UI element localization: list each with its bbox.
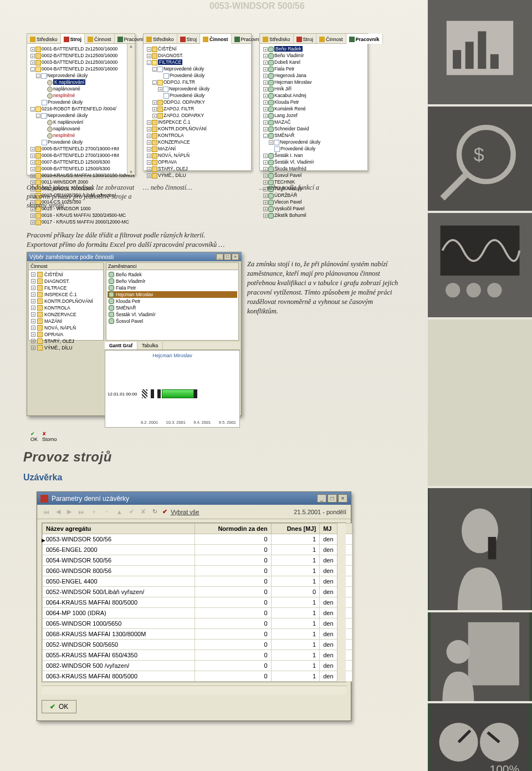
gantt-seg-2: [151, 389, 154, 398]
nav-first-button[interactable]: ⏮: [42, 508, 51, 516]
edit-button[interactable]: ▲: [115, 508, 124, 516]
close-button[interactable]: ×: [232, 253, 239, 260]
tab-cinnost-2[interactable]: Činnost: [200, 34, 232, 44]
row-cursor-icon: [42, 536, 46, 546]
photo-workers-panel: [428, 612, 532, 701]
svg-rect-19: [468, 622, 519, 686]
photo-chart: [428, 0, 532, 104]
win-close-button[interactable]: ×: [338, 494, 347, 503]
svg-point-13: [467, 283, 481, 297]
window-ok-button[interactable]: ✔OK: [42, 700, 76, 713]
grid-scrollbar-h[interactable]: [42, 686, 346, 694]
svg-point-14: [487, 283, 502, 297]
svg-rect-17: [488, 537, 497, 559]
cancel-button[interactable]: ✘: [139, 508, 147, 516]
remove-button[interactable]: －: [102, 507, 111, 516]
svg-text:$: $: [474, 144, 484, 165]
tab-gantt-graf[interactable]: Gantt Graf: [105, 342, 137, 349]
right-photo-strip: $ 100%: [428, 0, 532, 771]
gantt-tabs: Gantt Graf Tabulka: [105, 342, 240, 350]
cinnost-list[interactable]: +ČIŠTĚNÍ+DIAGNOST.+FILTRACE+INSPEKCE Č.1…: [29, 270, 103, 340]
ok-button[interactable]: ✔OK: [30, 431, 38, 442]
photo-gap: [428, 319, 532, 486]
panel2-tabs: Středisko Stroj Činnost Pracovník: [144, 34, 251, 44]
col-cinnost-header: Činnost: [29, 263, 103, 270]
gantt-seg-1: [142, 389, 147, 398]
minimize-button[interactable]: _: [216, 253, 223, 260]
paragraph-1: Pracovní příkazy lze dále třídit a filtr…: [27, 231, 370, 250]
caption-2: … nebo činností…: [143, 183, 237, 192]
select-employee-dialog: Výběr zaměstnance podle činnosti _ □ × Č…: [27, 252, 242, 416]
panel-pracovnik: Středisko Stroj Činnost Pracovník +Beňo …: [259, 33, 368, 171]
maximize-button[interactable]: □: [224, 253, 231, 260]
tab-stredisko-2[interactable]: Středisko: [144, 34, 177, 43]
dialog-title: Výběr zaměstnance podle činnosti: [29, 254, 114, 260]
gantt-seg-5: [194, 389, 197, 398]
faint-header: 0053-WINDSOR 500/56: [209, 1, 305, 11]
svg-rect-2: [453, 50, 461, 69]
nav-prev-button[interactable]: ◀: [54, 508, 62, 516]
grid-scrollbar-v[interactable]: [337, 523, 346, 682]
tab-cinnost-3[interactable]: Činnost: [316, 34, 346, 43]
panel3-tree[interactable]: +Beňo Radek+Beňo Vladimír+Dobeš Karel+Fi…: [260, 44, 367, 220]
panel-stroj: Středisko Stroj Činnost Pracovník +0001-…: [27, 33, 135, 175]
add-button[interactable]: ＋: [89, 507, 99, 516]
uzaverka-grid[interactable]: Název agregátuNormodin za denDnes [MJ]MJ…: [42, 523, 346, 682]
refresh-button[interactable]: ↻: [151, 508, 159, 516]
gantt-seg-3: [157, 389, 161, 398]
panel2-tree[interactable]: +ČIŠTĚNÍ+DIAGNOST.–FILTRACE–Neprovedené …: [144, 44, 251, 180]
panel1-tabs: Středisko Stroj Činnost Pracovník: [27, 34, 135, 44]
dialog-titlebar: Výběr zaměstnance podle činnosti _ □ ×: [27, 252, 241, 261]
svg-rect-5: [490, 54, 499, 69]
tab-stroj-2[interactable]: Stroj: [177, 34, 201, 43]
gantt-axis: 8.2. 200110.3. 20019.4. 20019.5. 2001: [141, 420, 236, 425]
storno-button[interactable]: ✘Storno: [42, 431, 57, 442]
gantt-row-label: 12.01.01 00:00: [108, 392, 137, 397]
dialog-footer: ✔OK ✘Storno: [27, 429, 241, 444]
panel1-scrollbar[interactable]: [127, 44, 135, 175]
svg-rect-4: [478, 31, 486, 69]
caption-1: Obdobně jako u středisek lze zobrazovat …: [27, 183, 137, 210]
heading-provoz: Provoz strojů: [23, 449, 112, 465]
tab-stredisko[interactable]: Středisko: [27, 34, 61, 43]
toolbar-date: 21.5.2001 - pondělí: [294, 509, 346, 515]
gantt-chart: Hejcman Miroslav 12.01.01 00:00 8.2. 200…: [105, 350, 240, 428]
zamestnanci-list[interactable]: Beňo RadekBeňo VladimírFiala PetrHejcman…: [106, 270, 238, 340]
nav-next-button[interactable]: ▶: [65, 508, 73, 516]
nav-last-button[interactable]: ⏭: [76, 508, 86, 516]
svg-point-12: [446, 283, 460, 297]
window-title: Parametry denní uzávěrky: [52, 495, 129, 503]
photo-oscilloscope: [428, 213, 532, 317]
gantt-person: Hejcman Miroslav: [105, 351, 239, 361]
tab-stroj[interactable]: Stroj: [61, 34, 85, 44]
svg-rect-3: [466, 42, 474, 69]
svg-point-20: [447, 640, 470, 664]
tab-cinnost[interactable]: Činnost: [85, 34, 115, 43]
photo-gauges: 100%: [428, 703, 532, 771]
panel3-tabs: Středisko Stroj Činnost Pracovník: [260, 34, 367, 44]
tab-tabulka[interactable]: Tabulka: [137, 342, 163, 349]
photo-money-scope: $: [428, 106, 532, 211]
window-titlebar: Parametry denní uzávěrky _ □ ×: [37, 492, 351, 505]
window-toolbar: ⏮ ◀ ▶ ⏭ ＋ － ▲ ✔ ✘ ↻ ✔ Vybrat vše 21.5.20…: [37, 505, 351, 519]
col-zamestnanci-header: Zaměstnanci: [106, 263, 238, 270]
gantt-seg-4: [162, 389, 194, 398]
tab-pracovnik-3[interactable]: Pracovník: [346, 34, 383, 44]
win-maximize-button[interactable]: □: [328, 494, 337, 503]
subheading-uzaverka: Uzávěrka: [23, 473, 62, 483]
tab-stredisko-3[interactable]: Středisko: [260, 34, 294, 43]
paragraph-2: Za zmínku stojí i to, že při plánování s…: [247, 260, 402, 316]
caption-3: … nebo podle funkcí a: [259, 183, 354, 192]
panel-cinnost: Středisko Stroj Činnost Pracovník +ČIŠTĚ…: [143, 33, 252, 171]
select-all-button[interactable]: Vybrat vše: [171, 509, 200, 515]
win-minimize-button[interactable]: _: [317, 494, 326, 503]
tab-stroj-3[interactable]: Stroj: [294, 34, 317, 43]
uzaverka-window: Parametry denní uzávěrky _ □ × ⏮ ◀ ▶ ⏭ ＋…: [37, 491, 351, 721]
svg-text:100%: 100%: [490, 763, 520, 771]
photo-worker-phone: [428, 488, 532, 610]
window-icon: [40, 495, 48, 503]
svg-rect-11: [441, 226, 520, 276]
confirm-button[interactable]: ✔: [127, 508, 136, 516]
